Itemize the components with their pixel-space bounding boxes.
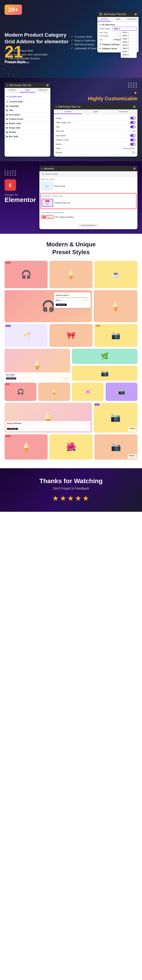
select-style-label: Select Style (99, 27, 112, 30)
style-opt-1[interactable]: Style 1 (121, 31, 137, 34)
toggle-product-count-switch[interactable] (130, 138, 136, 141)
toggle-review-switch[interactable] (130, 151, 136, 154)
elementor-panel-grid-icon: ⊞ (133, 167, 136, 170)
card-wide-btn[interactable]: SHOP NOW (7, 428, 18, 430)
preset-panel-header: ≡ Edit Product Tiles Cat ⊞ (97, 11, 139, 17)
tab-advanced[interactable]: Advanced (125, 17, 139, 22)
select-style-wrapper[interactable]: Style 1 Style 1 Style 2 Style 3 Style 4 … (113, 27, 137, 30)
style-opt-4[interactable]: Style 4 (121, 40, 137, 43)
product-card-c: 🌸 (72, 383, 104, 401)
panel-body: ✦ All Style Here Select Style Style 1 St… (97, 22, 139, 52)
star-decoration: ✦ (134, 90, 137, 96)
customizable-section: ≡ Edit Product Tiles Cat ⊞ Content Style… (0, 78, 142, 161)
style-opt-3[interactable]: Style 3 (121, 37, 137, 40)
toggle-button: Button (56, 142, 136, 146)
toggle-product-count: Product Count (56, 138, 136, 142)
product-tiles-cat-name: Product Tiles Cat (54, 202, 70, 204)
search-input[interactable] (45, 173, 136, 175)
product-badge-1: NEW (5, 262, 11, 264)
right-tab-content[interactable]: Content (54, 110, 82, 114)
style5-btn[interactable]: SHOP NOW (56, 304, 67, 306)
card-narrow-badge: HOT (94, 404, 99, 406)
card-e-icon: 🍦 (21, 442, 31, 452)
elementor-panel-header: ≡ elementor ⊞ (39, 166, 137, 171)
toggle-image-switch[interactable] (130, 117, 136, 119)
left-tab-style[interactable]: Style (20, 88, 35, 92)
card-g-info: Camera ★★★★★ (128, 454, 137, 459)
left-panel-icon: ≡ (6, 84, 8, 87)
toggle-title-link-switch[interactable] (130, 130, 136, 132)
elementor-panel: ≡ elementor ⊞ 🔍 PHOTO SLUG PhotoStack Ph… (39, 166, 137, 229)
description-section[interactable]: ▶ Description (6, 113, 49, 117)
style-select[interactable]: Style 1 (113, 27, 137, 30)
right-tab-advanced[interactable]: Advanced (110, 110, 137, 114)
all-style-label: ✦ All Style Here (99, 24, 137, 26)
tab-style[interactable]: Style (111, 17, 125, 22)
highly-customizable-title: Highly Customizable (88, 96, 137, 102)
left-tab-content[interactable]: Content (5, 88, 20, 92)
product-card-a: 🎧 NEW (5, 383, 37, 401)
review-section[interactable]: ▶ Review (6, 130, 49, 134)
product-badge-4: NEW (5, 325, 11, 327)
product-grid-row-2: 🥂 NEW 🎀 📷 SALE (5, 324, 137, 347)
card7-stars: ★★★★ (63, 377, 69, 379)
svg-point-0 (0, 69, 9, 78)
style5-left-card: 🎧 Product style 5 Amount of text. Some t… (5, 290, 92, 322)
product-card-1: 🎧 NEW (5, 261, 48, 288)
left-panel-title: Edit Product Tiles Cat (9, 84, 31, 87)
style-opt-6[interactable]: Style 6 (121, 47, 137, 50)
design-for-text: Design for (5, 193, 18, 196)
left-panel-header: ≡ Edit Product Tiles Cat ⊞ (5, 83, 50, 88)
toggle-description: Description (56, 134, 136, 138)
card7-btn[interactable]: SHOP NOW (6, 377, 16, 379)
elementor-left: ε Design for Elementor (5, 166, 36, 204)
box-style-section[interactable]: ▶ Box Style (6, 135, 49, 138)
product-grid-row-1: 🎧 NEW 🍦 ☕ (5, 261, 137, 288)
toggle-button-switch[interactable] (130, 143, 136, 146)
product-card-8: 🌿 (72, 349, 137, 364)
product-tiles-cat-item[interactable]: new ProductTiles Product Tiles Cat (41, 198, 135, 208)
elementor-panel-icon: ≡ (41, 167, 43, 170)
preset-panel-title: Edit Product Tiles Cat (104, 13, 126, 16)
toggle-description-switch[interactable] (130, 134, 136, 137)
product-count-section[interactable]: ▶ Product Count (6, 117, 49, 121)
content-style-section[interactable]: ▼ Content Style (6, 100, 49, 104)
style-opt-8[interactable]: Style 8 (121, 53, 137, 56)
elementor-dots (5, 170, 16, 176)
card-narrow-icon: 📷 (110, 413, 121, 422)
left-tab-advanced[interactable]: Advanced (35, 88, 50, 92)
title-section[interactable]: ▶ Title (6, 108, 49, 113)
right-tab-style[interactable]: Style (82, 110, 110, 114)
tab-content[interactable]: Content (97, 17, 111, 22)
style-opt-9[interactable]: Style 9 (121, 56, 137, 58)
value-field: SHOP NOW ✎ (123, 148, 136, 150)
style-dropdown: Style 1 Style 2 Style 3 Style 4 Style 5 … (121, 30, 137, 58)
card-g-title: Camera (129, 455, 136, 457)
button-style-section[interactable]: ▶ Button Style (6, 122, 49, 126)
product-card-2: 🍦 (49, 261, 93, 288)
right-custom-panel: ≡ Edit Product Tiles Cat ⊞ Content Style… (54, 104, 137, 157)
right-panel-header: ≡ Edit Product Tiles Cat ⊞ (54, 104, 137, 110)
unique-headers-item[interactable]: new Headers The Unique Headers (41, 214, 136, 220)
elementor-brand: Elementor (5, 196, 36, 204)
product-row-3: 🍦 Ice Cream Fresh & Sweet SHOP NOW ★★★★ … (5, 349, 137, 381)
toggle-hide-image-link-switch[interactable] (130, 121, 136, 124)
campaign-section[interactable]: ▶ Campaign (6, 104, 49, 108)
style-opt-2[interactable]: Style 2 (121, 34, 137, 37)
product-card-1-icon: 🎧 (21, 270, 31, 279)
product-grid-row-4: 🎧 NEW 🍦 🌸 📷 (5, 383, 137, 401)
view-elements-btn[interactable]: VIEW ELEMENTS (78, 223, 99, 228)
card-wide-stars: ★★★★★ (7, 424, 89, 426)
toggle-title-switch[interactable] (130, 126, 136, 128)
style-opt-7[interactable]: Style 7 (121, 50, 137, 53)
product-right-col: 🌿 📷 (72, 349, 137, 381)
style-opt-5[interactable]: Style 5 (121, 43, 137, 47)
product-badge-6: SALE (95, 325, 101, 327)
image-style-section[interactable]: ▶ Image Style (6, 126, 49, 130)
photo-stack-thumb: PhotoStack (41, 182, 53, 190)
campaign-label: Campaign (99, 35, 112, 37)
card-g-icon: 📷 (111, 442, 121, 452)
unique-headers-thumb: new Headers (41, 215, 54, 219)
product-card-7-icon: 🍦 (32, 359, 43, 370)
toggle-title-link: Title Link (56, 129, 136, 134)
